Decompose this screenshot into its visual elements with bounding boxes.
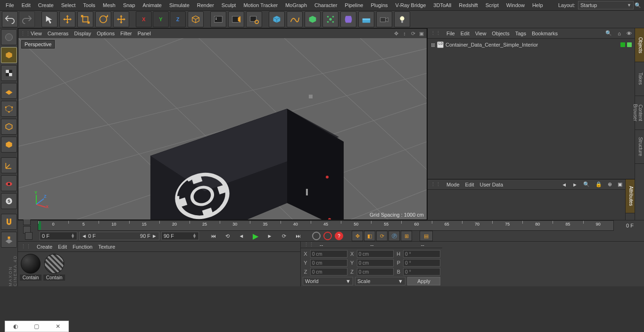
rotate-tool[interactable] — [95, 11, 111, 27]
locked-workplane-button[interactable] — [1, 232, 17, 248]
render-settings-button[interactable] — [246, 11, 262, 27]
undo-button[interactable] — [2, 11, 18, 27]
objmgr-menu-objects[interactable]: Objects — [492, 31, 509, 36]
tl-dopesheet-icon[interactable]: ▤ — [420, 231, 433, 241]
attr-menu-edit[interactable]: Edit — [465, 182, 474, 187]
goto-prevkey-button[interactable]: ⟲ — [222, 231, 233, 241]
vp-menu-options[interactable]: Options — [97, 31, 115, 36]
menu-sculpt[interactable]: Sculpt — [218, 0, 240, 10]
attr-nav-fwd-icon[interactable]: ► — [572, 182, 578, 187]
apply-button[interactable]: Apply — [407, 277, 440, 285]
menu-mograph[interactable]: MoGraph — [281, 0, 311, 10]
attr-menu-userdata[interactable]: User Data — [480, 182, 504, 187]
menu-snap[interactable]: Snap — [119, 0, 139, 10]
size-z-field[interactable]: 0 cm — [357, 268, 394, 275]
object-row[interactable]: ⊞ L0 Container_Data_Center_Simple_Interi… — [429, 40, 633, 49]
size-y-field[interactable]: 0 cm — [357, 259, 394, 267]
material-item[interactable]: Contain — [43, 254, 65, 284]
taskbar-app-icon[interactable]: ◐ — [13, 323, 18, 330]
rot-h-field[interactable]: 0 ° — [403, 250, 440, 258]
menu-help[interactable]: Help — [528, 0, 547, 10]
material-item[interactable]: Contain — [20, 254, 41, 284]
matmgr-menu-texture[interactable]: Texture — [98, 244, 115, 250]
scale-tool[interactable] — [77, 11, 93, 27]
point-mode-button[interactable] — [1, 101, 17, 117]
make-editable-button[interactable] — [1, 29, 17, 45]
attr-lock-icon[interactable]: 🔒 — [595, 181, 602, 187]
step-back-button[interactable]: ◄ — [236, 231, 247, 241]
autokey-button[interactable] — [323, 232, 332, 240]
add-light-button[interactable] — [394, 11, 410, 27]
objmgr-eye-icon[interactable]: 👁 — [627, 31, 632, 36]
viewport-solo-button[interactable] — [1, 175, 17, 191]
play-button[interactable]: ▶ — [250, 231, 261, 241]
vtab-contentbrowser[interactable]: Content Browser — [635, 96, 644, 130]
tl-position-icon[interactable]: ✥ — [352, 231, 363, 241]
objmgr-menu-edit[interactable]: Edit — [461, 31, 470, 36]
render-view-button[interactable] — [210, 11, 226, 27]
object-name[interactable]: Container_Data_Center_Simple_Interior — [446, 42, 619, 48]
step-fwd-button[interactable]: ► — [264, 231, 275, 241]
tl-pla-icon[interactable]: ⊞ — [401, 231, 412, 241]
vp-menu-display[interactable]: Display — [74, 31, 91, 36]
visibility-editor-dot[interactable] — [620, 42, 625, 47]
coord-space-dropdown[interactable]: World▼ — [303, 277, 353, 285]
timeline-start-field[interactable]: 0 F▲▼ — [40, 232, 77, 240]
attr-max-icon[interactable]: ▣ — [618, 181, 622, 187]
menu-character[interactable]: Character — [311, 0, 341, 10]
snap-button[interactable]: S — [1, 193, 17, 209]
vp-menu-panel[interactable]: Panel — [138, 31, 151, 36]
x-axis-lock[interactable]: X — [136, 11, 152, 27]
material-label[interactable]: Contain — [43, 275, 65, 281]
matmgr-menu-edit[interactable]: Edit — [58, 244, 67, 250]
polygon-mode-button[interactable] — [1, 137, 17, 153]
add-spline-button[interactable] — [287, 11, 303, 27]
grip-icon[interactable]: ⋮⋮ — [430, 181, 441, 187]
menu-select[interactable]: Select — [58, 0, 80, 10]
y-axis-lock[interactable]: Y — [153, 11, 169, 27]
redo-button[interactable] — [19, 11, 35, 27]
menu-simulate[interactable]: Simulate — [165, 0, 193, 10]
menu-redshift[interactable]: Redshift — [455, 0, 481, 10]
pos-y-field[interactable]: 0 cm — [310, 259, 347, 267]
menu-3dtoall[interactable]: 3DToAll — [429, 0, 455, 10]
goto-start-button[interactable]: ⏮ — [207, 231, 219, 241]
add-particle-button[interactable] — [322, 11, 339, 27]
timeline-current-field[interactable]: ◄ 0 F90 F ► — [79, 232, 159, 240]
z-axis-lock[interactable]: Z — [170, 11, 186, 27]
model-mode-button[interactable] — [1, 47, 17, 63]
add-generator-button[interactable] — [305, 11, 321, 27]
keyframe-sel-button[interactable]: ? — [335, 232, 343, 240]
grip-icon[interactable]: ⋮⋮ — [304, 242, 314, 248]
attr-search-icon[interactable]: 🔍 — [583, 181, 590, 187]
coord-size-dropdown[interactable]: Scale▼ — [355, 277, 405, 285]
search-icon[interactable]: 🔍 — [634, 1, 642, 9]
goto-nextkey-button[interactable]: ⟳ — [278, 231, 289, 241]
vp-menu-filter[interactable]: Filter — [120, 31, 132, 36]
add-environment-button[interactable] — [358, 11, 374, 27]
move-tool[interactable] — [59, 11, 75, 27]
vtab-attributes[interactable]: Attributes — [626, 179, 635, 213]
objmgr-search-icon[interactable]: 🔍 — [605, 30, 612, 36]
timeline-opts-icon[interactable] — [25, 232, 33, 240]
objmgr-menu-tags[interactable]: Tags — [515, 31, 526, 36]
vp-menu-view[interactable]: View — [31, 31, 42, 36]
timeline-ruler[interactable]: 051015202530354045505560657075808590 — [38, 220, 614, 231]
expand-icon[interactable]: ⊞ — [430, 42, 435, 48]
timeline-end-field[interactable]: 90 F▲▼ — [161, 232, 199, 240]
menu-vray[interactable]: V-Ray Bridge — [392, 0, 430, 10]
add-camera-button[interactable] — [376, 11, 392, 27]
pos-z-field[interactable]: 0 cm — [310, 268, 347, 275]
menu-create[interactable]: Create — [34, 0, 58, 10]
vtab-takes[interactable]: Takes — [635, 62, 644, 96]
pos-x-field[interactable]: 0 cm — [310, 250, 347, 258]
vp-toggle-icon[interactable]: ▣ — [418, 30, 425, 37]
coord-system-button[interactable] — [188, 11, 204, 27]
tl-param-icon[interactable]: Ⓟ — [388, 231, 400, 241]
vtab-objects[interactable]: Objects — [635, 28, 644, 62]
taskbar-close-icon[interactable]: ✕ — [56, 323, 60, 330]
live-select-tool[interactable] — [41, 11, 58, 27]
objmgr-menu-file[interactable]: File — [446, 31, 455, 36]
add-deformer-button[interactable] — [340, 11, 356, 27]
vtab-structure[interactable]: Structure — [635, 130, 644, 164]
